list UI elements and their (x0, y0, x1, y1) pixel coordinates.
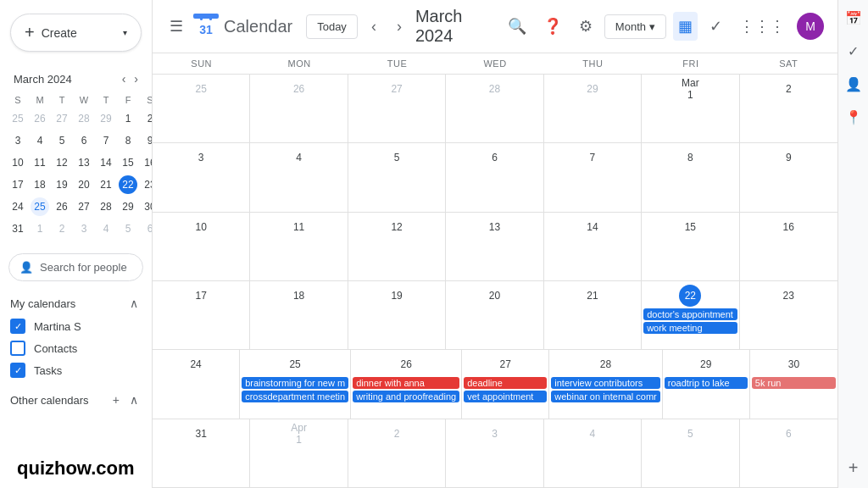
today-button[interactable]: Today (306, 14, 358, 39)
day-number[interactable]: 13 (483, 216, 505, 238)
right-sidebar-map-icon[interactable]: 📍 (842, 106, 865, 129)
day-number[interactable]: 27 (494, 353, 516, 375)
mini-cal-day[interactable]: 29 (95, 108, 117, 130)
contacts-checkbox[interactable] (10, 341, 25, 356)
day-cell[interactable]: 13 (446, 213, 543, 280)
day-number[interactable]: 19 (386, 285, 408, 307)
day-cell[interactable]: 16 (740, 213, 837, 280)
mini-cal-day[interactable]: 28 (73, 108, 95, 130)
right-sidebar-check-icon[interactable]: ✓ (844, 40, 862, 63)
mini-cal-day[interactable]: 29 (117, 196, 139, 218)
day-cell[interactable]: 25 (153, 75, 250, 142)
mini-cal-day[interactable]: 20 (73, 174, 95, 196)
day-cell[interactable]: 21 (544, 281, 642, 349)
event[interactable]: deadline (464, 377, 547, 389)
hamburger-icon[interactable]: ☰ (166, 14, 186, 39)
day-cell[interactable]: 20 (446, 281, 543, 349)
mini-cal-day[interactable]: 2 (51, 218, 73, 240)
help-button[interactable]: ❓ (538, 12, 567, 41)
mini-cal-day[interactable]: 22 (117, 174, 139, 196)
other-calendars-collapse[interactable]: ∧ (126, 391, 142, 408)
mini-cal-day[interactable]: 24 (7, 196, 29, 218)
day-cell[interactable]: 26 (250, 75, 348, 142)
mini-cal-day[interactable]: 3 (73, 218, 95, 240)
day-number[interactable]: 10 (190, 216, 212, 238)
day-number[interactable]: 5 (679, 423, 701, 445)
apps-button[interactable]: ⋮⋮⋮ (734, 12, 790, 41)
day-cell[interactable]: 305k run (750, 350, 837, 418)
day-number[interactable]: 11 (288, 216, 310, 238)
day-number[interactable]: 18 (288, 285, 310, 307)
mini-cal-day[interactable]: 5 (117, 218, 139, 240)
prev-month-button[interactable]: ‹ (364, 14, 383, 39)
day-cell[interactable]: 17 (153, 281, 250, 349)
mini-cal-day[interactable]: 2 (139, 108, 153, 130)
next-month-button[interactable]: › (390, 14, 409, 39)
day-number[interactable]: 5 (386, 147, 408, 169)
day-cell[interactable]: 4 (250, 143, 348, 211)
day-number[interactable]: 28 (595, 353, 617, 375)
calendar-item-contacts[interactable]: Contacts (0, 337, 152, 359)
martina-checkbox[interactable] (10, 319, 25, 334)
day-cell[interactable]: 29 (544, 75, 642, 142)
mini-cal-day[interactable]: 9 (139, 130, 153, 152)
mini-cal-day[interactable]: 1 (29, 218, 51, 240)
day-number[interactable]: 8 (679, 147, 701, 169)
tasks-checkbox[interactable] (10, 363, 25, 378)
mini-cal-day[interactable]: 16 (139, 152, 153, 174)
day-number[interactable]: 30 (782, 353, 804, 375)
day-cell[interactable]: 24 (153, 350, 240, 418)
day-cell[interactable]: 26dinner with annawriting and proofreadi… (351, 350, 462, 418)
day-number[interactable]: 22 (679, 285, 701, 307)
mini-cal-day[interactable]: 14 (95, 152, 117, 174)
day-cell[interactable]: 4 (544, 419, 642, 487)
mini-cal-day[interactable]: 13 (73, 152, 95, 174)
mini-cal-day[interactable]: 25 (7, 108, 29, 130)
day-number[interactable]: 25 (190, 78, 212, 100)
day-cell[interactable]: 6 (446, 143, 543, 211)
day-number[interactable]: 28 (483, 78, 505, 100)
day-number[interactable]: 12 (386, 216, 408, 238)
day-cell[interactable]: 7 (544, 143, 642, 211)
mini-cal-day[interactable]: 18 (29, 174, 51, 196)
day-number[interactable]: 7 (581, 147, 604, 169)
search-button[interactable]: 🔍 (503, 12, 531, 41)
day-cell[interactable]: 15 (642, 213, 739, 280)
right-sidebar-person-icon[interactable]: 👤 (842, 73, 865, 96)
day-cell[interactable]: 19 (348, 281, 446, 349)
day-number[interactable]: Apr 1 (288, 423, 310, 445)
right-sidebar-add-icon[interactable]: + (845, 455, 862, 481)
mini-cal-day[interactable]: 27 (51, 108, 73, 130)
event[interactable]: brainstorming for new m (242, 377, 348, 389)
view-selector[interactable]: Month ▾ (604, 14, 666, 39)
day-cell[interactable]: 3 (153, 143, 250, 211)
mini-cal-day[interactable]: 31 (7, 218, 29, 240)
event[interactable]: roadtrip to lake (665, 377, 748, 389)
day-number[interactable]: 3 (190, 147, 212, 169)
day-cell[interactable]: 14 (544, 213, 642, 280)
mini-cal-day[interactable]: 5 (51, 130, 73, 152)
create-button[interactable]: + Today Create ▾ (10, 14, 142, 52)
mini-cal-day[interactable]: 7 (95, 130, 117, 152)
day-cell[interactable]: 8 (642, 143, 739, 211)
day-cell[interactable]: 5 (348, 143, 446, 211)
day-number[interactable]: 20 (483, 285, 505, 307)
day-cell[interactable]: 11 (250, 213, 348, 280)
day-cell[interactable]: 10 (153, 213, 250, 280)
day-number[interactable]: 26 (395, 353, 417, 375)
day-cell[interactable]: 27deadlinevet appointment (462, 350, 549, 418)
day-cell[interactable]: 5 (642, 419, 739, 487)
other-calendars-add[interactable]: + (109, 391, 123, 408)
day-number[interactable]: 14 (581, 216, 604, 238)
avatar[interactable]: M (797, 13, 824, 40)
event[interactable]: interview contributors (551, 377, 659, 389)
mini-cal-day[interactable]: 23 (139, 174, 153, 196)
event[interactable]: 5k run (752, 377, 836, 389)
mini-cal-day[interactable]: 4 (95, 218, 117, 240)
calendar-item-tasks[interactable]: Tasks (0, 359, 152, 381)
day-cell[interactable]: 3 (446, 419, 543, 487)
day-number[interactable]: 23 (777, 285, 799, 307)
day-number[interactable]: 6 (777, 423, 799, 445)
mini-cal-day[interactable]: 3 (7, 130, 29, 152)
day-cell[interactable]: 31 (153, 419, 250, 487)
